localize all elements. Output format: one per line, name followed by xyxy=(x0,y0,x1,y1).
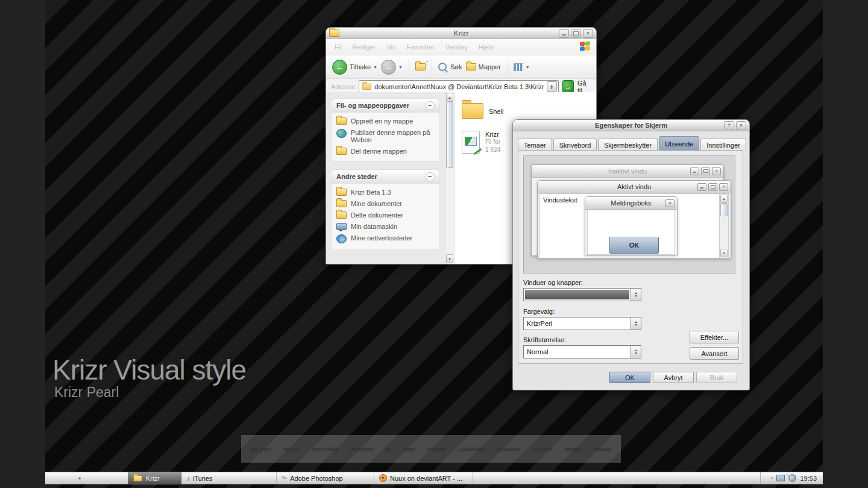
dropdown-arrows-icon[interactable]: ▲▼ xyxy=(631,289,641,301)
menu-view[interactable]: Vis xyxy=(386,43,395,51)
forward-arrow-icon: → xyxy=(381,60,396,75)
network-icon xyxy=(336,234,347,243)
back-dropdown-icon[interactable]: ▼ xyxy=(373,65,377,69)
ok-button[interactable]: OK xyxy=(609,372,650,383)
other-places-header[interactable]: Andre steder xyxy=(332,170,439,184)
views-dropdown-icon[interactable]: ▼ xyxy=(526,65,530,69)
address-label: Adresse xyxy=(331,83,355,90)
taskbar-item-itunes[interactable]: ♪ iTunes xyxy=(181,472,277,484)
close-button[interactable]: × xyxy=(583,29,593,38)
file-item-krizr[interactable]: Krizr Fil for 1 924 xyxy=(462,131,500,154)
close-icon: × xyxy=(719,183,728,191)
dock-item-music[interactable]: MUSIC xyxy=(283,446,300,452)
menu-file[interactable]: Fil xyxy=(335,43,342,51)
search-icon xyxy=(438,63,447,71)
place-shared-documents[interactable]: Delte dokumenter xyxy=(336,211,436,219)
place-my-documents[interactable]: Mine dokumenter xyxy=(336,200,436,207)
dock-item-tuneup[interactable]: TUNEUP xyxy=(532,446,553,452)
color-scheme-label: Fargevalg: xyxy=(523,308,555,315)
tab-themes[interactable]: Temaer xyxy=(518,139,552,151)
effects-button[interactable]: Effekter... xyxy=(690,331,739,343)
search-button[interactable]: Søk xyxy=(438,63,462,71)
cancel-button[interactable]: Avbryt xyxy=(653,372,694,383)
tray-dot-icon xyxy=(771,477,773,479)
views-button[interactable]: ▼ xyxy=(514,63,530,71)
scroll-down-icon[interactable]: ▼ xyxy=(446,254,453,263)
start-button[interactable] xyxy=(45,472,128,484)
font-size-select[interactable]: Normal ▲▼ xyxy=(523,345,641,358)
address-value[interactable]: dokumenter\Annet\Nuux @ Deviantart\Krizr… xyxy=(374,83,544,90)
taskbar-clock[interactable]: 19:53 xyxy=(800,475,817,482)
task-share-folder[interactable]: Del denne mappen xyxy=(336,148,436,155)
search-label: Søk xyxy=(450,63,462,70)
dock-item-ie[interactable]: IE xyxy=(386,446,391,452)
up-button[interactable]: ↑ xyxy=(415,63,426,70)
collapse-icon[interactable] xyxy=(426,172,435,181)
windows-logo-icon xyxy=(580,41,591,52)
dropdown-arrows-icon[interactable]: ▲▼ xyxy=(631,346,641,358)
tab-appearance[interactable]: Utseende xyxy=(659,136,699,151)
maximize-button[interactable] xyxy=(571,29,581,38)
menu-tools[interactable]: Verktøy xyxy=(445,43,468,51)
dock-item-deamon[interactable]: DEAMON xyxy=(497,446,520,452)
desktop-dock: MY DOC MUSIC PICTURES FIREFOX IE WMP ITU… xyxy=(241,435,621,463)
menu-help[interactable]: Hjelp xyxy=(479,43,494,51)
help-button[interactable]: ? xyxy=(724,121,734,130)
forward-button[interactable]: → ▼ xyxy=(381,60,403,75)
preview-message-box: Meldingsboks × OK xyxy=(585,196,678,255)
close-button[interactable]: × xyxy=(736,121,746,130)
go-button[interactable]: → xyxy=(562,80,574,93)
network-tray-icon[interactable] xyxy=(776,475,785,481)
tab-desktop[interactable]: Skrivebord xyxy=(553,139,597,151)
advanced-button[interactable]: Avansert xyxy=(690,347,739,360)
dropdown-arrows-icon[interactable]: ▲▼ xyxy=(631,318,641,330)
folder-icon xyxy=(462,103,483,119)
explorer-scrollbar[interactable]: ▲ ▼ xyxy=(445,92,454,264)
windows-buttons-value xyxy=(525,290,629,299)
menu-edit[interactable]: Rediger xyxy=(353,43,376,51)
minimize-button[interactable] xyxy=(559,29,569,38)
menu-favorites[interactable]: Favoritter xyxy=(406,43,434,51)
windows-buttons-select[interactable]: ▲▼ xyxy=(523,288,641,301)
place-network[interactable]: Mine nettverkssteder xyxy=(336,234,436,243)
dock-item-pictures[interactable]: PICTURES xyxy=(312,446,339,452)
dock-item-trash[interactable]: TRASH xyxy=(593,446,611,452)
volume-tray-icon[interactable] xyxy=(788,474,796,482)
file-tasks-header[interactable]: Fil- og mappeoppgaver xyxy=(332,99,439,113)
dock-item-word[interactable]: WORD xyxy=(565,446,581,452)
back-button[interactable]: ← Tilbake ▼ xyxy=(332,60,377,75)
address-input[interactable]: dokumenter\Annet\Nuux @ Deviantart\Krizr… xyxy=(359,80,558,93)
folders-button[interactable]: Mapper xyxy=(466,63,501,70)
place-my-computer[interactable]: Min datamaskin xyxy=(336,223,436,230)
globe-icon xyxy=(336,129,347,138)
dock-item-firefox[interactable]: FIREFOX xyxy=(351,446,373,452)
place-krizr-beta[interactable]: Krizr Beta 1.3 xyxy=(336,189,436,196)
dialog-tabs: Temaer Skrivebord Skjermbeskytter Utseen… xyxy=(518,137,747,151)
scroll-up-icon[interactable]: ▲ xyxy=(446,93,453,102)
task-new-folder[interactable]: Opprett en ny mappe xyxy=(336,117,436,125)
taskbar-item-photoshop[interactable]: ✎ Adobe Photoshop xyxy=(277,472,374,484)
taskbar-item-krizr[interactable]: Krizr xyxy=(128,472,181,484)
start-icon xyxy=(78,477,81,480)
address-dropdown-icon[interactable]: ▲▼ xyxy=(547,81,557,92)
file-tasks-title: Fil- og mappeoppgaver xyxy=(336,102,409,109)
color-scheme-value: KrizrPerl xyxy=(524,318,631,330)
taskbar-item-firefox[interactable]: Nuux on deviantART - ... xyxy=(374,472,473,484)
shared-folder-icon xyxy=(336,211,347,219)
collapse-icon[interactable] xyxy=(426,101,435,110)
dock-item-wmp[interactable]: WMP xyxy=(403,446,415,452)
color-scheme-select[interactable]: KrizrPerl ▲▼ xyxy=(523,317,641,330)
apply-button[interactable]: Bruk xyxy=(696,372,737,383)
tab-screensaver[interactable]: Skjermbeskytter xyxy=(598,139,658,151)
dialog-titlebar[interactable]: Egenskaper for Skjerm ? × xyxy=(513,120,749,131)
file-item-shell[interactable]: Shell xyxy=(462,99,503,119)
dock-item-mydoc[interactable]: MY DOC xyxy=(251,446,271,452)
forward-dropdown-icon[interactable]: ▼ xyxy=(398,65,403,69)
task-publish-web[interactable]: Publiser denne mappen på Weben xyxy=(336,129,436,143)
msgbox-title: Meldingsboks xyxy=(585,199,677,207)
scroll-thumb[interactable] xyxy=(446,102,453,168)
dock-item-limewire[interactable]: LIMEWIRE xyxy=(459,446,485,452)
dock-item-itunes[interactable]: ITUNES xyxy=(427,446,447,452)
tab-settings[interactable]: Innstillinger xyxy=(700,139,746,151)
explorer-titlebar[interactable]: Krizr × xyxy=(326,28,596,39)
